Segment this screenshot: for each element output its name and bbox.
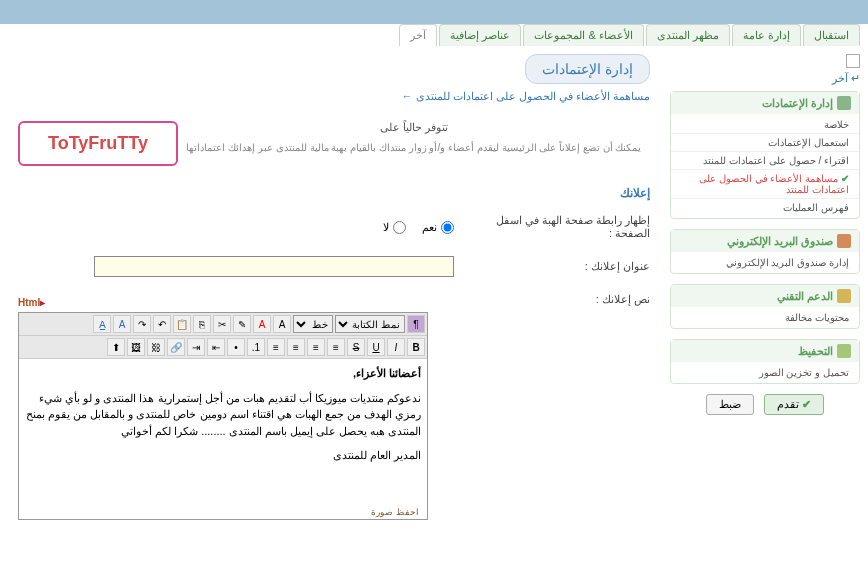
- panel-backup: التحفيظ تحميل و تخزين الصور: [670, 339, 860, 384]
- html-badge: ▸Html: [18, 297, 45, 308]
- tb-underline-icon[interactable]: U: [367, 338, 385, 356]
- nav-violations[interactable]: محتويات مخالفة: [671, 309, 859, 326]
- panel-support-title: الدعم التقني: [777, 290, 833, 303]
- credits-icon: [837, 96, 851, 110]
- panel-credits: إدارة الإعتمادات خلاصة استعمال الإعتمادا…: [670, 91, 860, 219]
- radio-yes-label: نعم: [422, 221, 437, 234]
- tab-general[interactable]: إدارة عامة: [732, 24, 801, 46]
- tb-italic-icon[interactable]: I: [387, 338, 405, 356]
- tb-image-icon[interactable]: 🖼: [127, 338, 145, 356]
- rich-editor: ¶ نمط الكتابة خط A A ✎ ✂ ⎘ 📋 ↶ ↷ A A̲: [18, 312, 428, 520]
- tab-appearance[interactable]: مظهر المنتدى: [646, 24, 730, 46]
- editor-content[interactable]: أعضائنا الأعزاء, ندعوكم منتديات ميوزيكا …: [19, 359, 427, 519]
- tb-upload-icon[interactable]: ⬆: [107, 338, 125, 356]
- tb-link-icon[interactable]: 🔗: [167, 338, 185, 356]
- subtitle-text: مساهمة الأعضاء في الحصول على اعتمادات لل…: [416, 90, 650, 102]
- tab-members[interactable]: الأعضاء & المجموعات: [523, 24, 643, 46]
- label-ad-text: نص إعلانك :: [470, 293, 650, 306]
- img-host-label[interactable]: احفظ صورة: [371, 507, 419, 517]
- nav-operations[interactable]: فهرس العمليات: [671, 199, 859, 216]
- radio-no[interactable]: [393, 221, 406, 234]
- tb-ol-icon[interactable]: 1.: [247, 338, 265, 356]
- input-ad-title[interactable]: [94, 256, 454, 277]
- brand-box: ToTyFruTTy: [18, 121, 178, 166]
- nav-buy-credits[interactable]: اقتراء / حصول على اعتمادات للمنتد: [671, 152, 859, 170]
- panel-mailbox-header: صندوق البريد الإلكتروني: [671, 230, 859, 252]
- panel-support: الدعم التقني محتويات مخالفة: [670, 284, 860, 329]
- save-check-icon: ✔: [802, 398, 811, 410]
- tb-style-select[interactable]: نمط الكتابة: [335, 315, 405, 333]
- radio-yes[interactable]: [441, 221, 454, 234]
- main-content: إدارة الإعتمادات مساهمة الأعضاء في الحصو…: [8, 54, 660, 536]
- backup-icon: [837, 344, 851, 358]
- tb-align-left-icon[interactable]: ≡: [287, 338, 305, 356]
- reset-button[interactable]: ضبط: [706, 394, 754, 415]
- panel-mailbox-title: صندوق البريد الإلكتروني: [727, 235, 833, 248]
- tab-reception[interactable]: استقبال: [803, 24, 860, 46]
- tb-copy-icon[interactable]: ⎘: [193, 315, 211, 333]
- section-ad-title: إعلانك: [18, 186, 650, 200]
- nav-member-contrib[interactable]: ✔ مساهمة الأعضاء في الحصول على اعتمادات …: [671, 170, 859, 199]
- row-ad-text: نص إعلانك : ▸Html ¶ نمط الكتابة خط A A ✎…: [18, 293, 650, 520]
- radio-no-label: لا: [383, 221, 389, 234]
- breadcrumb[interactable]: ↵ آخر: [832, 72, 860, 84]
- editor-toolbar-1: ¶ نمط الكتابة خط A A ✎ ✂ ⎘ 📋 ↶ ↷ A A̲: [19, 313, 427, 336]
- tb-undo-icon[interactable]: ↶: [153, 315, 171, 333]
- nav-upload-images[interactable]: تحميل و تخزين الصور: [671, 364, 859, 381]
- top-bar: [0, 0, 868, 24]
- tb-font-select[interactable]: خط: [293, 315, 333, 333]
- tb-justify-icon[interactable]: ≡: [267, 338, 285, 356]
- tb-size-icon[interactable]: A: [273, 315, 291, 333]
- tb-align-right-icon[interactable]: ≡: [327, 338, 345, 356]
- save-button[interactable]: ✔ تقدم: [764, 394, 824, 415]
- tb-prop-icon[interactable]: ¶: [407, 315, 425, 333]
- row-show-footer: إظهار رابطة صفحة الهبة في اسفل الصفحة : …: [18, 214, 650, 240]
- label-ad-title: عنوان إعلانك :: [470, 260, 650, 273]
- tb-bold-icon[interactable]: B: [407, 338, 425, 356]
- panel-mailbox: صندوق البريد الإلكتروني إدارة صندوق البر…: [670, 229, 860, 274]
- radio-group-footer: نعم لا: [18, 221, 454, 234]
- action-buttons: ✔ تقدم ضبط: [670, 394, 860, 415]
- nav-summary[interactable]: خلاصة: [671, 116, 859, 134]
- radio-no-wrap[interactable]: لا: [383, 221, 406, 234]
- panel-credits-title: إدارة الإعتمادات: [762, 97, 833, 110]
- tab-extras[interactable]: عناصر إضافية: [439, 24, 521, 46]
- tab-strip: استقبال إدارة عامة مظهر المنتدى الأعضاء …: [0, 24, 868, 46]
- mail-icon: [837, 234, 851, 248]
- html-badge-text: Html: [18, 297, 40, 308]
- tab-other[interactable]: آخر: [399, 24, 437, 46]
- editor-p3: المدير العام للمنتدى: [25, 447, 421, 464]
- label-show-footer: إظهار رابطة صفحة الهبة في اسفل الصفحة :: [470, 214, 650, 240]
- tb-unlink-icon[interactable]: ⛓: [147, 338, 165, 356]
- editor-p1: أعضائنا الأعزاء,: [353, 367, 421, 379]
- tb-color-icon[interactable]: A: [253, 315, 271, 333]
- tb-strike-icon[interactable]: S: [347, 338, 365, 356]
- tb-highlight-icon[interactable]: ✎: [233, 315, 251, 333]
- tb-redo-icon[interactable]: ↷: [133, 315, 151, 333]
- panel-backup-title: التحفيظ: [798, 345, 833, 358]
- nav-use-credits[interactable]: استعمال الإعتمادات: [671, 134, 859, 152]
- tb-paste-icon[interactable]: 📋: [173, 315, 191, 333]
- check-icon: ✔: [841, 173, 849, 184]
- play-icon[interactable]: [846, 54, 860, 68]
- nav-manage-mail[interactable]: إدارة صندوق البريد الإلكتروني: [671, 254, 859, 271]
- page-title: إدارة الإعتمادات: [525, 54, 650, 84]
- editor-p2: ندعوكم منتديات ميوزيكا أب لتقديم هبات من…: [25, 390, 421, 440]
- tb-a1-icon[interactable]: A: [113, 315, 131, 333]
- tb-ul-icon[interactable]: •: [227, 338, 245, 356]
- tb-align-center-icon[interactable]: ≡: [307, 338, 325, 356]
- save-button-label: تقدم: [777, 398, 799, 410]
- editor-toolbar-2: B I U S ≡ ≡ ≡ ≡ 1. • ⇤ ⇥ 🔗 ⛓ 🖼: [19, 336, 427, 359]
- tb-a2-icon[interactable]: A̲: [93, 315, 111, 333]
- panel-credits-header: إدارة الإعتمادات: [671, 92, 859, 114]
- tb-indent-icon[interactable]: ⇥: [187, 338, 205, 356]
- subtitle-arrow-icon: ←: [402, 90, 413, 102]
- tb-cut-icon[interactable]: ✂: [213, 315, 231, 333]
- page-subtitle: مساهمة الأعضاء في الحصول على اعتمادات لل…: [18, 90, 650, 103]
- panel-support-header: الدعم التقني: [671, 285, 859, 307]
- nav-member-contrib-label: مساهمة الأعضاء في الحصول على اعتمادات لل…: [699, 173, 849, 195]
- row-ad-title: عنوان إعلانك :: [18, 256, 650, 277]
- tb-outdent-icon[interactable]: ⇤: [207, 338, 225, 356]
- support-icon: [837, 289, 851, 303]
- radio-yes-wrap[interactable]: نعم: [422, 221, 454, 234]
